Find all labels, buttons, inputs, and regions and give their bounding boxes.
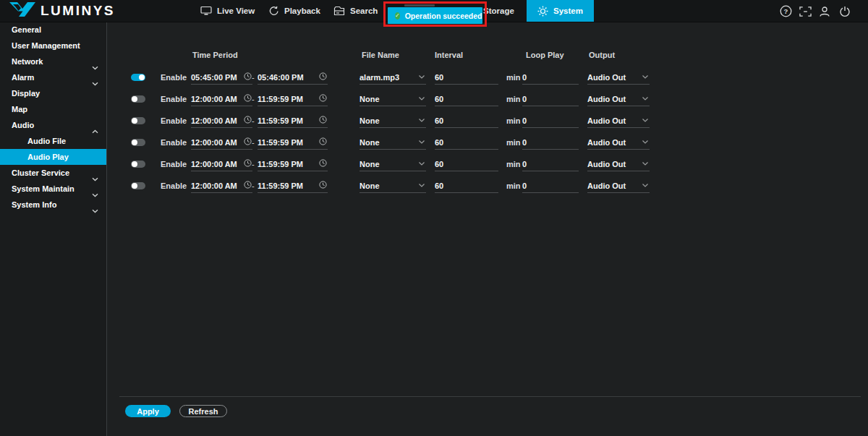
nav-playback[interactable]: Playback: [268, 0, 320, 22]
clock-icon[interactable]: [244, 116, 252, 125]
output-select[interactable]: Audio Out: [587, 157, 650, 171]
time-separator: -: [252, 116, 255, 125]
output-value: Audio Out: [587, 95, 626, 103]
sidebar-item-label: Cluster Service: [12, 168, 69, 177]
chevron-down-icon: [642, 116, 649, 124]
interval-input[interactable]: 60: [435, 70, 498, 85]
enable-toggle[interactable]: [131, 117, 145, 124]
loop-play-input[interactable]: 0: [522, 135, 579, 150]
sidebar-item-audio[interactable]: Audio: [0, 117, 106, 133]
sidebar-item-display[interactable]: Display: [0, 85, 106, 101]
power-icon[interactable]: [838, 5, 851, 17]
end-time-input[interactable]: 11:59:59 PM: [258, 114, 328, 128]
output-select[interactable]: Audio Out: [587, 179, 650, 193]
loop-play-value: 0: [522, 181, 527, 190]
nav-search[interactable]: Search: [333, 0, 378, 22]
sidebar-item-system-info[interactable]: System Info: [0, 197, 106, 213]
clock-icon[interactable]: [244, 181, 252, 190]
end-time-input[interactable]: 05:46:00 PM: [258, 70, 328, 85]
interval-input[interactable]: 60: [435, 92, 498, 106]
file-name-select[interactable]: alarm.mp3: [359, 70, 426, 85]
start-time-input[interactable]: 12:00:00 AM: [191, 179, 252, 193]
output-select[interactable]: Audio Out: [587, 70, 650, 85]
start-time-value: 12:00:00 AM: [191, 138, 237, 147]
minutes-unit-label: min: [506, 138, 521, 147]
user-icon[interactable]: [818, 5, 830, 17]
file-name-select[interactable]: None: [359, 92, 426, 106]
start-time-input[interactable]: 12:00:00 AM: [191, 135, 252, 150]
start-time-input[interactable]: 05:45:00 PM: [191, 70, 252, 85]
loop-play-input[interactable]: 0: [522, 179, 579, 193]
sidebar-item-audio-file[interactable]: Audio File: [0, 133, 106, 149]
start-time-input[interactable]: 12:00:00 AM: [191, 114, 252, 128]
nav-system[interactable]: System: [527, 0, 594, 22]
loop-play-value: 0: [522, 95, 527, 103]
enable-toggle[interactable]: [131, 182, 145, 189]
start-time-input[interactable]: 12:00:00 AM: [191, 157, 252, 171]
nav-label: Playback: [284, 7, 320, 15]
loop-play-input[interactable]: 0: [522, 114, 579, 128]
nav-label: Storage: [483, 7, 514, 15]
sidebar-item-map[interactable]: Map: [0, 101, 106, 117]
enable-label: Enable: [161, 181, 187, 190]
interval-input[interactable]: 60: [435, 135, 498, 150]
enable-toggle[interactable]: [131, 161, 145, 168]
loop-play-input[interactable]: 0: [522, 157, 579, 171]
loop-play-input[interactable]: 0: [522, 70, 579, 85]
start-time-input[interactable]: 12:00:00 AM: [191, 92, 252, 106]
sidebar-item-audio-play[interactable]: Audio Play: [0, 149, 106, 165]
output-select[interactable]: Audio Out: [587, 92, 650, 106]
nav-storage[interactable]: Storage: [483, 0, 514, 22]
sidebar-item-cluster-service[interactable]: Cluster Service: [0, 165, 106, 181]
output-select[interactable]: Audio Out: [587, 135, 650, 150]
fullscreen-icon[interactable]: [799, 5, 812, 17]
file-name-select[interactable]: None: [359, 135, 426, 150]
interval-value: 60: [435, 95, 443, 103]
sidebar-item-label: Network: [12, 57, 43, 66]
clock-icon[interactable]: [319, 72, 327, 82]
enable-toggle[interactable]: [131, 139, 145, 146]
end-time-input[interactable]: 11:59:59 PM: [258, 157, 328, 171]
interval-input[interactable]: 60: [435, 179, 498, 193]
sidebar-item-network[interactable]: Network: [0, 54, 106, 69]
clock-icon[interactable]: [244, 72, 252, 82]
file-name-select[interactable]: None: [359, 157, 426, 171]
clock-icon[interactable]: [319, 181, 327, 190]
enable-toggle[interactable]: [131, 74, 145, 81]
clock-icon[interactable]: [319, 159, 327, 168]
help-icon[interactable]: ?: [780, 5, 792, 17]
sidebar-item-alarm[interactable]: Alarm: [0, 69, 106, 85]
nav-live-view[interactable]: Live View: [200, 0, 255, 22]
clock-icon[interactable]: [319, 94, 327, 103]
file-name-select[interactable]: None: [359, 179, 426, 193]
sidebar-item-user-management[interactable]: User Management: [0, 38, 106, 54]
output-value: Audio Out: [587, 160, 626, 168]
nav-label: System: [553, 7, 583, 15]
clock-icon[interactable]: [319, 116, 327, 125]
col-header-interval: Interval: [435, 51, 463, 59]
nav-label: Search: [350, 7, 378, 15]
loop-play-input[interactable]: 0: [522, 92, 579, 106]
file-name-value: alarm.mp3: [359, 73, 399, 82]
output-select[interactable]: Audio Out: [587, 114, 650, 128]
clock-icon[interactable]: [244, 137, 252, 147]
clock-icon[interactable]: [244, 159, 252, 168]
end-time-input[interactable]: 11:59:59 PM: [258, 135, 328, 150]
clock-icon[interactable]: [319, 137, 327, 147]
interval-input[interactable]: 60: [435, 157, 498, 171]
clock-icon[interactable]: [244, 94, 252, 103]
refresh-button[interactable]: Refresh: [179, 405, 227, 417]
enable-toggle[interactable]: [131, 95, 145, 103]
sidebar-item-label: System Maintain: [12, 184, 75, 193]
brand-name: LUMINYS: [41, 3, 115, 19]
sidebar-item-general[interactable]: General: [0, 22, 106, 38]
sidebar-item-system-maintain[interactable]: System Maintain: [0, 181, 106, 197]
end-time-input[interactable]: 11:59:59 PM: [258, 179, 328, 193]
interval-input[interactable]: 60: [435, 114, 498, 128]
end-time-input[interactable]: 11:59:59 PM: [258, 92, 328, 106]
sidebar-item-label: Alarm: [12, 73, 34, 82]
apply-button[interactable]: Apply: [125, 405, 171, 417]
file-name-select[interactable]: None: [359, 114, 426, 128]
interval-value: 60: [435, 160, 443, 168]
time-separator: -: [252, 181, 255, 190]
